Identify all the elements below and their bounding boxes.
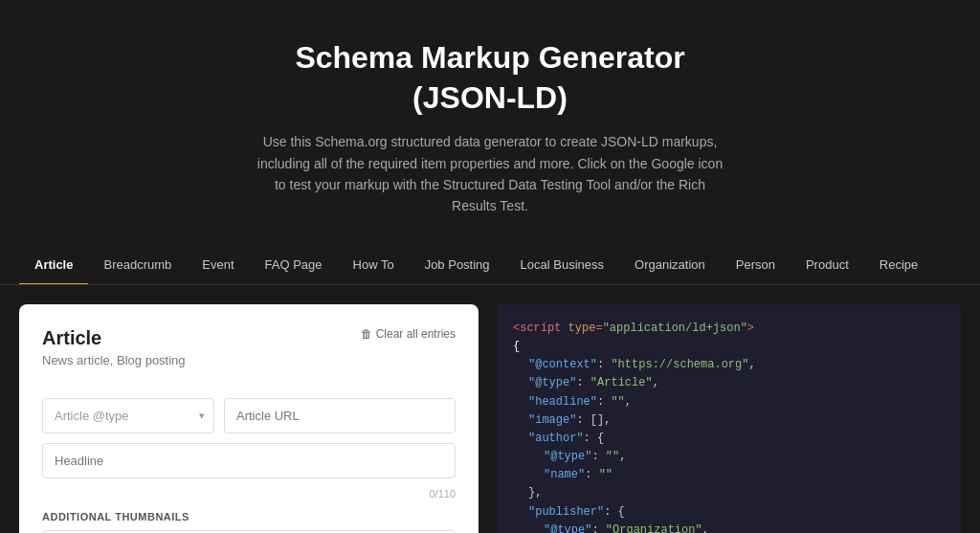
nav-tab-local-business[interactable]: Local Business — [505, 246, 619, 285]
article-url-input[interactable] — [224, 398, 456, 433]
nav-tab-how-to[interactable]: How To — [338, 246, 410, 285]
headline-input[interactable] — [42, 443, 456, 478]
nav-tab-person[interactable]: Person — [721, 246, 791, 285]
nav-tab-article[interactable]: Article — [19, 246, 88, 285]
page-title: Schema Markup Generator (JSON-LD) — [19, 38, 961, 118]
script-open-tag: <script type="application/ld+json"> — [513, 322, 754, 335]
article-type-wrapper: Article @type ▾ — [42, 398, 214, 433]
code-panel: <script type="application/ld+json"> { "@… — [498, 304, 961, 533]
nav-tab-event[interactable]: Event — [187, 246, 249, 285]
thumbnails-label: ADDITIONAL THUMBNAILS — [42, 511, 456, 522]
form-panel: Article News article, Blog posting 🗑 Cle… — [19, 304, 479, 533]
form-subtitle: News article, Blog posting — [42, 353, 186, 367]
form-title: Article — [42, 327, 186, 349]
clear-entries-button[interactable]: 🗑 Clear all entries — [361, 327, 456, 341]
nav-tab-job-posting[interactable]: Job Posting — [410, 246, 505, 285]
nav-tab-breadcrumb[interactable]: Breadcrumb — [88, 246, 187, 285]
nav-tabs: ArticleBreadcrumbEventFAQ PageHow ToJob … — [0, 246, 980, 285]
nav-tab-product[interactable]: Product — [791, 246, 864, 285]
article-type-select[interactable]: Article @type — [42, 398, 214, 433]
main-content: Article News article, Blog posting 🗑 Cle… — [0, 285, 980, 533]
page-description: Use this Schema.org structured data gene… — [251, 131, 729, 217]
trash-icon: 🗑 — [361, 327, 372, 341]
nav-tab-faq-page[interactable]: FAQ Page — [250, 246, 338, 285]
char-count: 0/110 — [42, 488, 456, 500]
page-header: Schema Markup Generator (JSON-LD) Use th… — [0, 0, 980, 246]
nav-tab-recipe[interactable]: Recipe — [864, 246, 933, 285]
nav-tab-organization[interactable]: Organization — [619, 246, 721, 285]
